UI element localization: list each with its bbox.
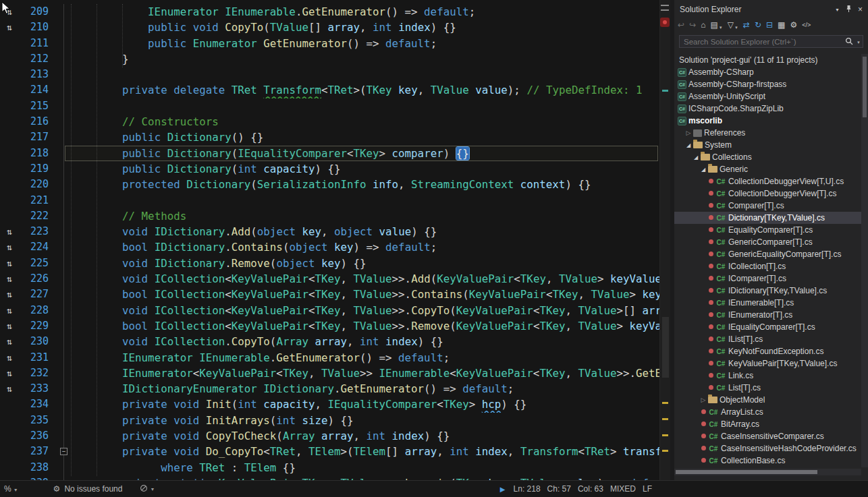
tree-item[interactable]: C#KeyValuePair[TKey,TValue].cs [674, 357, 861, 370]
code-line[interactable]: ⇅209IEnumerator IEnumerable.GetEnumerato… [0, 4, 659, 20]
tree-item[interactable]: ▷ObjectModel [674, 394, 861, 406]
tree-item[interactable]: C#List[T].cs [674, 382, 861, 394]
tree-item[interactable]: C#CollectionDebuggerView[T,U].cs [674, 175, 861, 187]
tree-item[interactable]: C#IList[T].cs [674, 333, 861, 345]
code-line[interactable]: ⇅223void IDictionary.Add(object key, obj… [0, 224, 659, 239]
editor-vertical-scrollbar[interactable] [659, 0, 670, 480]
tree-horizontal-scrollbar[interactable] [674, 469, 861, 475]
scrollbar-thumb[interactable] [863, 57, 867, 117]
filter-icon[interactable]: ▽▼ [728, 20, 738, 30]
chevron-down-icon[interactable]: ▼ [857, 40, 861, 45]
code-line[interactable]: 219public Dictionary(int capacity) {} [0, 161, 659, 177]
line-number[interactable]: 210 [19, 20, 49, 35]
code-editor[interactable]: ⇅209IEnumerator IEnumerable.GetEnumerato… [0, 0, 659, 480]
line-number[interactable]: 239 [19, 475, 49, 480]
tree-item[interactable]: C#IEnumerator[T].cs [674, 309, 861, 321]
line-number[interactable]: 224 [19, 239, 49, 255]
line-number[interactable]: 225 [19, 256, 49, 271]
reference-indicator-icon[interactable]: ⇅ [0, 239, 19, 255]
switch-views-icon[interactable]: ▤▼ [710, 20, 722, 30]
code-line[interactable]: 234private void Init(int capacity, IEqua… [0, 397, 659, 412]
collapse-all-icon[interactable]: ⊟ [766, 20, 773, 30]
code-line[interactable]: ⇅228void ICollection<KeyValuePair<TKey, … [0, 303, 659, 318]
reference-indicator-icon[interactable]: ⇅ [0, 350, 19, 366]
tree-item[interactable]: C#Assembly-UnityScript [674, 90, 861, 103]
tree-item[interactable]: C#CaseInsensitiveComparer.cs [674, 430, 861, 442]
line-number[interactable]: 214 [19, 82, 49, 98]
code-line[interactable]: 212} [0, 51, 659, 67]
encoding-indicator[interactable]: MIXED [610, 484, 636, 494]
issues-indicator[interactable]: ⚙ No issues found [53, 484, 123, 494]
collapsed-arrow-icon[interactable]: ▷ [684, 129, 693, 136]
line-ending-indicator[interactable]: LF [643, 484, 652, 494]
expanded-arrow-icon[interactable]: ◢ [692, 154, 700, 160]
pin-icon[interactable] [846, 5, 852, 15]
line-number[interactable]: 227 [19, 287, 49, 302]
tree-item[interactable]: Solution 'project-gui' (11 of 11 project… [674, 54, 861, 66]
home-icon[interactable]: ⌂ [701, 20, 705, 30]
forward-icon[interactable]: ↪ [689, 20, 696, 30]
code-line[interactable]: ⇅224bool IDictionary.Contains(object key… [0, 239, 659, 255]
tree-item[interactable]: C#Assembly-CSharp [674, 66, 861, 78]
line-number[interactable]: 236 [19, 428, 49, 444]
code-line[interactable]: ⇅227bool ICollection<KeyValuePair<TKey, … [0, 287, 659, 302]
line-indicator[interactable]: Ln: 218 [514, 484, 541, 494]
reference-indicator-icon[interactable]: ⇅ [0, 256, 19, 271]
notifications-control[interactable]: ▼ [140, 484, 155, 494]
code-line[interactable]: 235private void InitArrays(int size) {} [0, 413, 659, 428]
line-number[interactable]: 215 [19, 98, 49, 114]
code-line[interactable]: 216// Constructors [0, 114, 659, 129]
tree-item[interactable]: C#KeyNotFoundException.cs [674, 345, 861, 357]
reference-indicator-icon[interactable]: ⇅ [0, 287, 19, 302]
reference-indicator-icon[interactable]: ⇅ [0, 224, 19, 239]
reference-indicator-icon[interactable]: ⇅ [0, 20, 19, 35]
line-number[interactable]: 213 [19, 67, 49, 82]
split-editor-handle[interactable] [661, 5, 669, 11]
tree-item[interactable]: C#ArrayList.cs [674, 406, 861, 418]
properties-icon[interactable]: ⚙ [790, 20, 797, 30]
tree-item[interactable]: C#mscorlib [674, 115, 861, 127]
reference-indicator-icon[interactable]: ⇅ [0, 303, 19, 318]
tree-item[interactable]: C#IEnumerable[T].cs [674, 297, 861, 309]
code-line[interactable]: ⇅231IEnumerator IEnumerable.GetEnumerato… [0, 350, 659, 366]
reference-indicator-icon[interactable]: ⇅ [0, 318, 19, 334]
back-icon[interactable]: ↩ [678, 20, 684, 30]
tree-item[interactable]: C#GenericComparer[T].cs [674, 236, 861, 248]
line-number[interactable]: 228 [19, 303, 49, 318]
reference-indicator-icon[interactable]: ⇅ [0, 271, 19, 287]
tree-item[interactable]: ◢System [674, 139, 861, 151]
tree-item[interactable]: ◢Collections [674, 151, 861, 163]
line-number[interactable]: 232 [19, 366, 49, 381]
scrollbar-thumb[interactable] [676, 470, 817, 474]
code-line[interactable]: ⇅225void IDictionary.Remove(object key) … [0, 256, 659, 271]
code-line[interactable]: 217public Dictionary() {} [0, 129, 659, 145]
line-number[interactable]: 216 [19, 114, 49, 129]
line-number[interactable]: 238 [19, 460, 49, 475]
expanded-arrow-icon[interactable]: ◢ [699, 167, 707, 173]
scrollbar-thumb[interactable] [662, 317, 669, 378]
tree-item[interactable]: C#CollectionBase.cs [674, 455, 861, 467]
line-number[interactable]: 222 [19, 208, 49, 224]
line-number[interactable]: 221 [19, 193, 49, 208]
line-number[interactable]: 230 [19, 334, 49, 349]
code-line[interactable]: 238where TRet : TElem {} [0, 460, 659, 475]
fold-collapse-button[interactable]: − [60, 448, 67, 455]
line-number[interactable]: 217 [19, 129, 49, 145]
tree-vertical-scrollbar[interactable] [861, 54, 868, 467]
preview-code-icon[interactable]: </> [802, 22, 811, 28]
tree-item[interactable]: C#Link.cs [674, 370, 861, 382]
tree-item[interactable]: C#BitArray.cs [674, 418, 861, 430]
refresh-icon[interactable]: ↻ [755, 20, 761, 30]
tree-item[interactable]: ▷References [674, 127, 861, 139]
code-line[interactable]: ⇅226void ICollection<KeyValuePair<TKey, … [0, 271, 659, 287]
tree-item[interactable]: C#GenericEqualityComparer[T].cs [674, 248, 861, 260]
line-number[interactable]: 233 [19, 381, 49, 397]
line-number[interactable]: 229 [19, 318, 49, 334]
search-input[interactable] [679, 35, 863, 48]
code-line[interactable]: ⇅233IDictionaryEnumerator IDictionary.Ge… [0, 381, 659, 397]
line-number[interactable]: 234 [19, 397, 49, 412]
tree-item[interactable]: C#CaseInsensitiveHashCodeProvider.cs [674, 442, 861, 455]
code-line[interactable]: 215 [0, 98, 659, 114]
code-line[interactable]: ⇅210public void CopyTo(TValue[] array, i… [0, 20, 659, 35]
line-number[interactable]: 212 [19, 51, 49, 67]
